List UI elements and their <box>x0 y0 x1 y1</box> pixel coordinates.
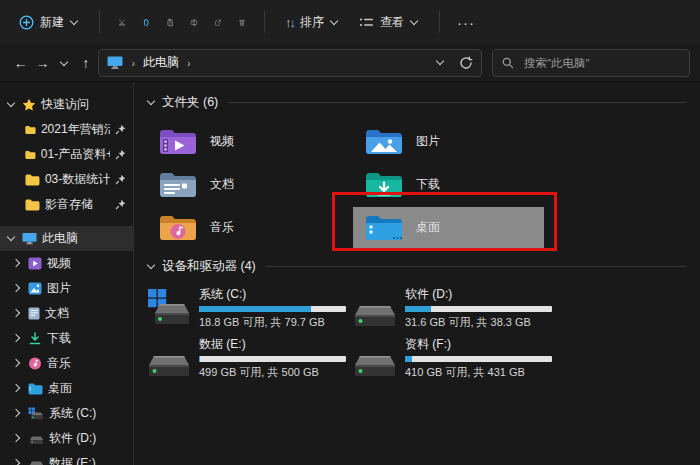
sidebar-item-this-pc[interactable]: 此电脑 <box>0 226 133 251</box>
more-options-button[interactable]: ··· <box>451 14 481 31</box>
sidebar-item-music[interactable]: 音乐 <box>0 351 133 376</box>
sidebar-item-desktop[interactable]: 桌面 <box>0 376 133 401</box>
new-button[interactable]: 新建 <box>10 8 88 37</box>
forward-button[interactable]: → <box>32 55 54 71</box>
drive-usage-bar <box>199 356 346 362</box>
sidebar-item-label: 视频 <box>47 255 71 272</box>
refresh-icon[interactable] <box>459 56 473 70</box>
view-button[interactable]: 查看 <box>350 8 428 37</box>
navigation-bar: ← → ↑ › 此电脑 › <box>0 44 700 82</box>
music-icon <box>28 357 42 370</box>
recent-locations-button[interactable] <box>53 55 75 71</box>
drive-name: 数据 (E:) <box>199 336 346 353</box>
sidebar-item-downloads[interactable]: 下载 <box>0 326 133 351</box>
folder-tile-desktop[interactable]: 桌面 <box>353 207 544 248</box>
drive-tile-d[interactable]: 软件 (D:) 31.6 GB 可用, 共 38.3 GB <box>353 285 549 330</box>
music-folder-icon <box>159 213 197 243</box>
file-explorer-window: 新建 ↑↓ 排序 查看 <box>0 0 700 465</box>
downloads-folder-icon <box>365 170 403 200</box>
drive-usage-fill <box>405 356 412 362</box>
star-icon <box>22 98 36 112</box>
drive-capacity-text: 410 GB 可用, 共 431 GB <box>405 365 552 380</box>
rename-icon <box>190 14 198 31</box>
folder-tile-documents[interactable]: 文档 <box>147 164 338 205</box>
pin-icon <box>115 149 126 160</box>
drive-tile-e[interactable]: 数据 (E:) 499 GB 可用, 共 500 GB <box>147 335 343 380</box>
sort-button-label: 排序 <box>300 14 324 31</box>
sort-button[interactable]: ↑↓ 排序 <box>276 8 348 37</box>
system-drive-icon <box>147 288 191 328</box>
sidebar-item-label: 此电脑 <box>42 230 78 247</box>
sidebar-item-label: 快速访问 <box>41 96 89 113</box>
folder-name: 图片 <box>416 133 440 150</box>
rename-button[interactable] <box>183 11 205 33</box>
chevron-down-icon <box>70 18 79 27</box>
sidebar-item-pinned-folder-stats[interactable]: 03-数据统计 <box>0 167 133 192</box>
view-list-icon <box>359 16 374 29</box>
folder-tile-pictures[interactable]: 图片 <box>353 121 544 162</box>
address-bar[interactable]: › 此电脑 › <box>98 49 482 77</box>
folder-tile-downloads[interactable]: 下载 <box>353 164 544 205</box>
chevron-down-icon <box>410 18 419 27</box>
forward-arrow-icon: → <box>35 55 49 71</box>
chevron-right-icon <box>13 359 22 368</box>
sidebar-item-label: 影音存储 <box>45 196 93 213</box>
breadcrumb-this-pc[interactable]: 此电脑 <box>143 54 179 71</box>
share-icon <box>214 14 222 31</box>
folder-icon <box>25 174 40 186</box>
sidebar-item-documents[interactable]: 文档 <box>0 301 133 326</box>
folder-tile-music[interactable]: 音乐 <box>147 207 338 248</box>
tree-gap <box>0 217 133 226</box>
sidebar-item-label: 03-数据统计 <box>45 171 110 188</box>
folders-section-label: 文件夹 (6) <box>162 94 218 111</box>
share-button[interactable] <box>207 11 229 33</box>
drive-usage-bar <box>405 306 552 312</box>
folder-tile-videos[interactable]: 视频 <box>147 121 338 162</box>
folders-section-header[interactable]: 文件夹 (6) <box>147 94 686 110</box>
sidebar-item-pictures[interactable]: 图片 <box>0 276 133 301</box>
toolbar-divider <box>264 11 265 33</box>
sidebar-item-pinned-folder-2021[interactable]: 2021年营销活动& <box>0 117 133 142</box>
chevron-down-icon <box>7 100 16 109</box>
chevron-down-icon <box>147 98 156 107</box>
toolbar-divider <box>439 11 440 33</box>
chevron-right-icon <box>13 434 22 443</box>
back-button[interactable]: ← <box>10 55 32 71</box>
paste-button[interactable] <box>159 11 181 33</box>
drive-tile-c[interactable]: 系统 (C:) 18.8 GB 可用, 共 79.7 GB <box>147 285 343 330</box>
chevron-right-icon <box>13 284 22 293</box>
pin-icon <box>115 199 126 210</box>
search-icon <box>502 57 514 69</box>
section-divider-line <box>266 266 686 267</box>
sidebar-item-drive-c[interactable]: 系统 (C:) <box>0 401 133 426</box>
drive-name: 软件 (D:) <box>405 286 552 303</box>
drives-section-header[interactable]: 设备和驱动器 (4) <box>147 258 686 274</box>
videos-folder-icon <box>159 127 197 157</box>
drive-icon <box>28 457 44 465</box>
sidebar-item-quick-access[interactable]: 快速访问 <box>0 92 133 117</box>
folder-icon <box>25 124 36 136</box>
copy-button[interactable] <box>135 11 157 33</box>
drive-usage-fill <box>199 356 200 362</box>
address-history-chevron-icon[interactable] <box>436 58 445 67</box>
delete-button[interactable] <box>231 11 253 33</box>
cut-button[interactable] <box>111 11 133 33</box>
chevron-down-icon <box>147 262 156 271</box>
drive-capacity-text: 499 GB 可用, 共 500 GB <box>199 365 346 380</box>
sidebar-item-label: 系统 (C:) <box>49 405 96 422</box>
search-input[interactable] <box>522 56 680 70</box>
up-button[interactable]: ↑ <box>75 55 97 71</box>
sidebar-item-drive-d[interactable]: 软件 (D:) <box>0 426 133 451</box>
copy-icon <box>142 14 150 31</box>
search-box[interactable] <box>492 49 690 77</box>
drive-usage-bar <box>199 306 346 312</box>
documents-icon <box>28 307 40 320</box>
sidebar-item-drive-e[interactable]: 数据 (E:) <box>0 451 133 465</box>
drive-usage-fill <box>405 306 431 312</box>
folder-name: 桌面 <box>416 219 440 236</box>
drive-tile-f[interactable]: 资料 (F:) 410 GB 可用, 共 431 GB <box>353 335 549 380</box>
chevron-right-icon <box>13 334 22 343</box>
sidebar-item-pinned-folder-product[interactable]: 01-产品资料+图片 <box>0 142 133 167</box>
sidebar-item-videos[interactable]: 视频 <box>0 251 133 276</box>
sidebar-item-pinned-folder-media[interactable]: 影音存储 <box>0 192 133 217</box>
